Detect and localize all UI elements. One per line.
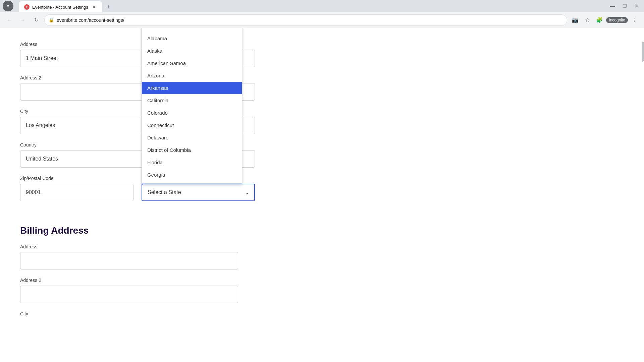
bookmark-button[interactable]: ☆ [582, 15, 593, 25]
state-select-wrapper: Select a StateAlabamaAlaskaAmerican Samo… [142, 184, 255, 201]
billing-city-group: City [20, 311, 255, 316]
main-content: Address Address 2 City Country [0, 28, 644, 362]
billing-address-label: Address [20, 244, 255, 249]
new-tab-button[interactable]: + [104, 2, 113, 12]
state-select-label: Select a State [148, 189, 181, 195]
page-scrollbar[interactable] [641, 28, 644, 362]
state-dropdown-item[interactable]: Florida [142, 156, 242, 169]
title-bar: ▼ e Eventbrite - Account Settings ✕ + — … [0, 0, 644, 12]
extension-button[interactable]: 🧩 [594, 15, 605, 25]
billing-address2-group: Address 2 [20, 278, 255, 303]
forward-button[interactable]: → [17, 15, 28, 25]
profile-button[interactable]: ▼ [3, 1, 13, 11]
state-dropdown-item[interactable]: Colorado [142, 107, 242, 119]
chevron-down-icon: ⌄ [245, 189, 249, 196]
browser-tab[interactable]: e Eventbrite - Account Settings ✕ [19, 1, 102, 13]
state-dropdown-item[interactable]: California [142, 94, 242, 107]
state-dropdown-item[interactable]: American Samoa [142, 57, 242, 69]
state-dropdown-item[interactable]: Alabama [142, 32, 242, 45]
state-dropdown-item[interactable]: Georgia [142, 169, 242, 181]
state-dropdown-item[interactable]: Guam [142, 181, 242, 184]
menu-button[interactable]: ⋮ [629, 15, 640, 25]
toolbar-actions: 📷 ☆ 🧩 Incognito ⋮ [570, 15, 640, 25]
close-button[interactable]: ✕ [632, 1, 641, 11]
navigation-toolbar: ← → ↻ 🔒 eventbrite.com/account-settings/… [0, 12, 644, 28]
state-dropdown-item[interactable]: Arizona [142, 69, 242, 82]
browser-window: ▼ e Eventbrite - Account Settings ✕ + — … [0, 0, 644, 362]
billing-address-group: Address [20, 244, 255, 269]
zip-input[interactable] [20, 184, 133, 201]
billing-section: Billing Address Address Address 2 City [20, 225, 255, 316]
billing-address-input[interactable] [20, 252, 238, 269]
tab-title: Eventbrite - Account Settings [32, 5, 88, 10]
page-content: Address Address 2 City Country [0, 28, 644, 362]
state-dropdown-item[interactable]: Delaware [142, 131, 242, 144]
state-field-group: St Select a StateAlabamaAlaskaAmerican S… [142, 176, 255, 201]
minimize-button[interactable]: — [608, 1, 617, 11]
state-select-button[interactable]: Select a State ⌄ [142, 184, 255, 201]
billing-address2-label: Address 2 [20, 278, 255, 283]
incognito-badge: Incognito [606, 17, 628, 23]
cast-button[interactable]: 📷 [570, 15, 581, 25]
zip-state-row: Zip/Postal Code St Select a StateAlabama… [20, 176, 255, 209]
state-dropdown-item[interactable]: Alaska [142, 45, 242, 57]
url-text: eventbrite.com/account-settings/ [57, 17, 124, 23]
state-dropdown-item[interactable]: Select a State [142, 28, 242, 32]
address-bar[interactable]: 🔒 eventbrite.com/account-settings/ [44, 14, 567, 26]
state-dropdown[interactable]: Select a StateAlabamaAlaskaAmerican Samo… [142, 28, 242, 184]
maximize-button[interactable]: ❐ [620, 1, 629, 11]
address-form-section: Address Address 2 City Country [20, 42, 255, 316]
zip-field-group: Zip/Postal Code [20, 176, 133, 201]
window-controls: — ❐ ✕ [608, 1, 641, 11]
zip-label: Zip/Postal Code [20, 176, 133, 181]
state-dropdown-item[interactable]: District of Columbia [142, 144, 242, 156]
tab-close-button[interactable]: ✕ [91, 4, 97, 10]
reload-button[interactable]: ↻ [31, 15, 42, 25]
back-button[interactable]: ← [4, 15, 15, 25]
state-dropdown-item[interactable]: Arkansas [142, 82, 242, 94]
billing-city-label: City [20, 311, 255, 316]
scrollbar-thumb [642, 42, 644, 62]
billing-address2-input[interactable] [20, 286, 238, 303]
lock-icon: 🔒 [49, 17, 54, 22]
billing-title: Billing Address [20, 225, 255, 236]
tab-favicon: e [24, 4, 30, 10]
state-dropdown-item[interactable]: Connecticut [142, 119, 242, 131]
